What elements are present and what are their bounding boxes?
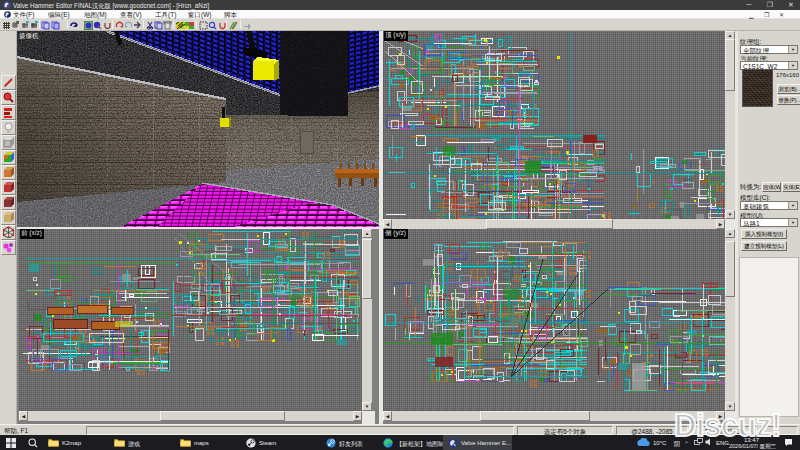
svg-text:摄像机: 摄像机: [19, 32, 39, 40]
